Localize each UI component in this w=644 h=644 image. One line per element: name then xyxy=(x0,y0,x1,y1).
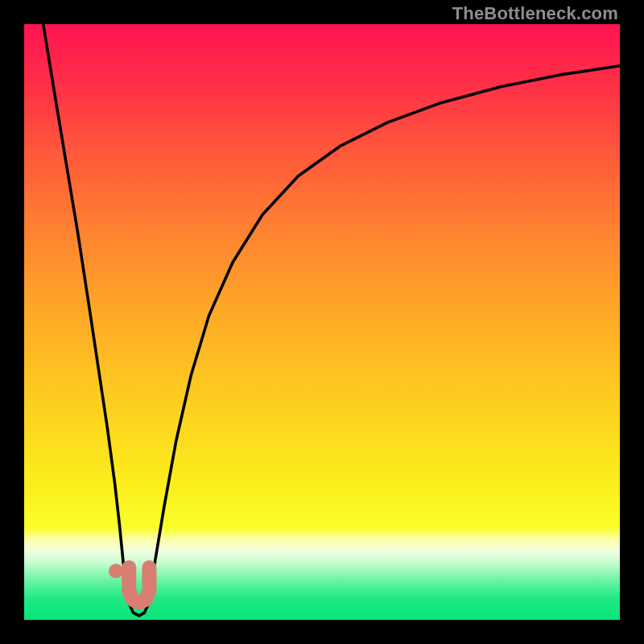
watermark-label: TheBottleneck.com xyxy=(452,3,618,24)
gradient-background xyxy=(24,24,620,620)
outer-frame: TheBottleneck.com xyxy=(0,0,644,644)
dot-marker xyxy=(109,564,123,578)
plot-area xyxy=(24,24,620,620)
chart-svg xyxy=(24,24,620,620)
